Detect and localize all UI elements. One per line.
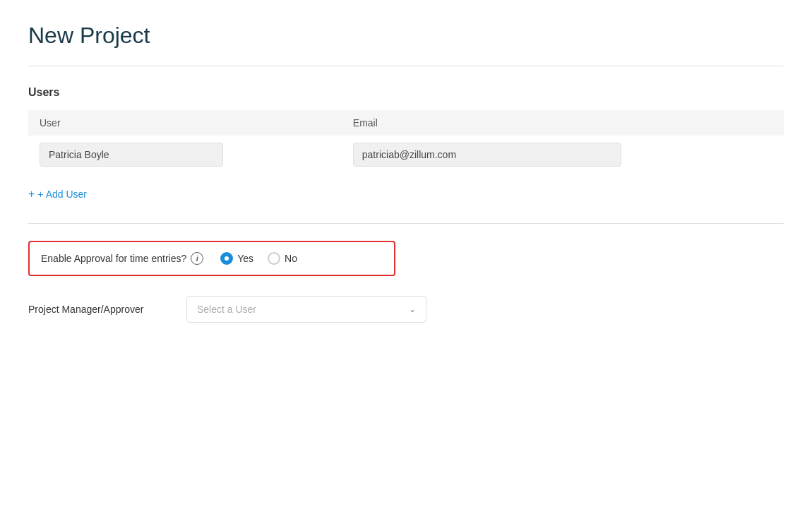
user-email-input[interactable] [353,143,621,167]
plus-icon: + [28,188,35,201]
user-cell [28,136,342,174]
approval-row: Enable Approval for time entries? i Yes … [28,241,395,276]
approval-radio-group: Yes No [220,252,297,265]
manager-row: Project Manager/Approver Select a User ⌄ [28,296,784,323]
add-user-label: + Add User [37,189,87,200]
col-email: Email [342,110,784,136]
title-divider [28,66,784,66]
users-table: User Email [28,110,784,174]
select-user-placeholder: Select a User [197,304,256,315]
radio-option-no[interactable]: No [268,252,297,265]
radio-yes[interactable] [220,252,233,265]
radio-option-yes[interactable]: Yes [220,252,253,265]
users-section-title: Users [28,86,784,99]
page-container: New Project Users User Email + + Add Use… [0,0,812,345]
approval-label: Enable Approval for time entries? i [41,252,203,265]
approval-label-text: Enable Approval for time entries? [41,253,186,264]
radio-yes-label: Yes [237,253,253,264]
radio-no-label: No [285,253,297,264]
radio-no[interactable] [268,252,280,265]
add-user-button[interactable]: + + Add User [28,185,87,203]
manager-label: Project Manager/Approver [28,304,169,315]
col-user: User [28,110,342,136]
page-title: New Project [28,23,784,49]
info-icon[interactable]: i [191,252,203,265]
email-cell [342,136,784,174]
chevron-down-icon: ⌄ [409,304,416,314]
table-row [28,136,784,174]
table-header-row: User Email [28,110,784,136]
section-divider [28,223,784,224]
user-name-input[interactable] [40,143,223,167]
select-user-dropdown[interactable]: Select a User ⌄ [186,296,426,323]
